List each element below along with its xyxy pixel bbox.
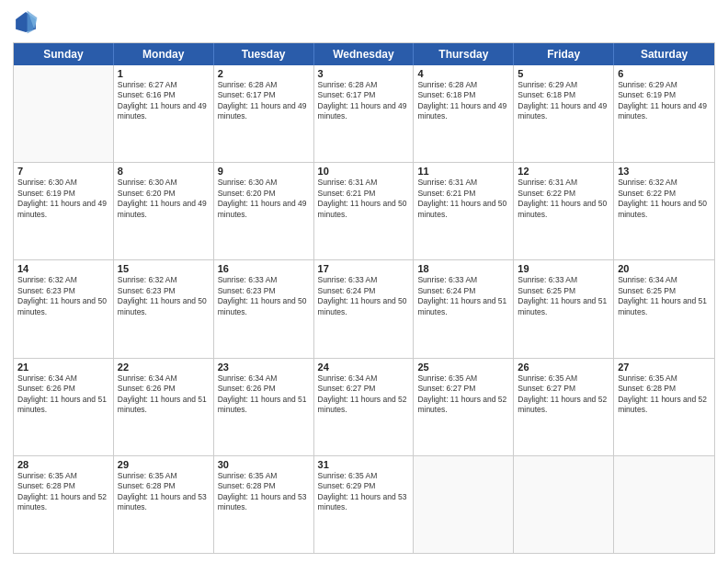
day-number: 28 — [17, 459, 109, 470]
day-header-wednesday: Wednesday — [314, 43, 415, 65]
day-number: 19 — [518, 263, 609, 274]
cell-info: Sunrise: 6:29 AM Sunset: 6:19 PM Dayligh… — [618, 80, 711, 122]
calendar-cell: 16Sunrise: 6:33 AM Sunset: 6:23 PM Dayli… — [214, 260, 314, 357]
day-number: 6 — [618, 68, 711, 79]
calendar-cell — [614, 456, 714, 553]
day-number: 17 — [318, 263, 410, 274]
cell-info: Sunrise: 6:35 AM Sunset: 6:28 PM Dayligh… — [218, 471, 310, 513]
cell-info: Sunrise: 6:27 AM Sunset: 6:16 PM Dayligh… — [118, 80, 210, 122]
calendar-cell: 19Sunrise: 6:33 AM Sunset: 6:25 PM Dayli… — [514, 260, 614, 357]
logo — [13, 9, 42, 35]
calendar-cell — [14, 65, 114, 162]
day-number: 22 — [118, 362, 210, 373]
calendar-cell: 23Sunrise: 6:34 AM Sunset: 6:26 PM Dayli… — [214, 359, 314, 455]
calendar-cell: 31Sunrise: 6:35 AM Sunset: 6:29 PM Dayli… — [314, 456, 415, 553]
calendar-cell: 20Sunrise: 6:34 AM Sunset: 6:25 PM Dayli… — [614, 260, 714, 357]
day-number: 13 — [618, 166, 711, 177]
day-header-friday: Friday — [514, 43, 614, 65]
calendar-cell: 14Sunrise: 6:32 AM Sunset: 6:23 PM Dayli… — [14, 260, 114, 357]
day-number: 31 — [318, 459, 410, 470]
cell-info: Sunrise: 6:32 AM Sunset: 6:22 PM Dayligh… — [618, 178, 711, 220]
cell-info: Sunrise: 6:30 AM Sunset: 6:19 PM Dayligh… — [17, 178, 109, 220]
cell-info: Sunrise: 6:30 AM Sunset: 6:20 PM Dayligh… — [118, 178, 210, 220]
calendar-cell: 13Sunrise: 6:32 AM Sunset: 6:22 PM Dayli… — [614, 163, 714, 259]
day-header-monday: Monday — [114, 43, 214, 65]
cell-info: Sunrise: 6:34 AM Sunset: 6:26 PM Dayligh… — [17, 373, 109, 416]
calendar-row-4: 28Sunrise: 6:35 AM Sunset: 6:28 PM Dayli… — [14, 455, 714, 553]
cell-info: Sunrise: 6:35 AM Sunset: 6:27 PM Dayligh… — [417, 373, 509, 416]
day-number: 27 — [618, 362, 711, 373]
calendar-row-1: 7Sunrise: 6:30 AM Sunset: 6:19 PM Daylig… — [14, 162, 714, 259]
day-number: 7 — [17, 166, 109, 177]
cell-info: Sunrise: 6:32 AM Sunset: 6:23 PM Dayligh… — [17, 275, 109, 317]
day-number: 25 — [417, 362, 509, 373]
cell-info: Sunrise: 6:35 AM Sunset: 6:28 PM Dayligh… — [118, 471, 210, 513]
calendar-cell: 25Sunrise: 6:35 AM Sunset: 6:27 PM Dayli… — [414, 359, 514, 455]
calendar-cell: 3Sunrise: 6:28 AM Sunset: 6:17 PM Daylig… — [314, 65, 415, 162]
cell-info: Sunrise: 6:33 AM Sunset: 6:23 PM Dayligh… — [218, 275, 310, 317]
day-number: 10 — [318, 166, 410, 177]
calendar-cell: 7Sunrise: 6:30 AM Sunset: 6:19 PM Daylig… — [14, 163, 114, 259]
calendar-row-3: 21Sunrise: 6:34 AM Sunset: 6:26 PM Dayli… — [14, 358, 714, 455]
day-number: 21 — [17, 362, 109, 373]
day-number: 11 — [417, 166, 509, 177]
cell-info: Sunrise: 6:34 AM Sunset: 6:26 PM Dayligh… — [118, 373, 210, 416]
cell-info: Sunrise: 6:31 AM Sunset: 6:21 PM Dayligh… — [318, 178, 410, 220]
day-number: 8 — [118, 166, 210, 177]
calendar-cell: 30Sunrise: 6:35 AM Sunset: 6:28 PM Dayli… — [214, 456, 314, 553]
calendar-header: SundayMondayTuesdayWednesdayThursdayFrid… — [14, 43, 714, 65]
cell-info: Sunrise: 6:28 AM Sunset: 6:17 PM Dayligh… — [218, 80, 310, 122]
calendar-cell: 18Sunrise: 6:33 AM Sunset: 6:24 PM Dayli… — [414, 260, 514, 357]
calendar-cell — [514, 456, 614, 553]
calendar-row-2: 14Sunrise: 6:32 AM Sunset: 6:23 PM Dayli… — [14, 259, 714, 357]
cell-info: Sunrise: 6:28 AM Sunset: 6:17 PM Dayligh… — [318, 80, 410, 122]
cell-info: Sunrise: 6:32 AM Sunset: 6:23 PM Dayligh… — [118, 275, 210, 317]
page: SundayMondayTuesdayWednesdayThursdayFrid… — [0, 0, 728, 563]
calendar-cell — [414, 456, 514, 553]
day-number: 15 — [118, 263, 210, 274]
day-number: 16 — [218, 263, 310, 274]
day-number: 1 — [118, 68, 210, 79]
calendar-row-0: 1Sunrise: 6:27 AM Sunset: 6:16 PM Daylig… — [14, 65, 714, 162]
cell-info: Sunrise: 6:35 AM Sunset: 6:28 PM Dayligh… — [618, 373, 711, 416]
cell-info: Sunrise: 6:35 AM Sunset: 6:29 PM Dayligh… — [318, 471, 410, 513]
calendar-cell: 21Sunrise: 6:34 AM Sunset: 6:26 PM Dayli… — [14, 359, 114, 455]
day-number: 12 — [518, 166, 609, 177]
cell-info: Sunrise: 6:33 AM Sunset: 6:24 PM Dayligh… — [318, 275, 410, 317]
cell-info: Sunrise: 6:34 AM Sunset: 6:27 PM Dayligh… — [318, 373, 410, 416]
cell-info: Sunrise: 6:35 AM Sunset: 6:27 PM Dayligh… — [518, 373, 609, 416]
day-header-sunday: Sunday — [14, 43, 114, 65]
cell-info: Sunrise: 6:28 AM Sunset: 6:18 PM Dayligh… — [417, 80, 509, 122]
cell-info: Sunrise: 6:33 AM Sunset: 6:24 PM Dayligh… — [417, 275, 509, 317]
calendar-cell: 2Sunrise: 6:28 AM Sunset: 6:17 PM Daylig… — [214, 65, 314, 162]
header — [13, 9, 715, 35]
calendar-cell: 26Sunrise: 6:35 AM Sunset: 6:27 PM Dayli… — [514, 359, 614, 455]
calendar-cell: 27Sunrise: 6:35 AM Sunset: 6:28 PM Dayli… — [614, 359, 714, 455]
cell-info: Sunrise: 6:30 AM Sunset: 6:20 PM Dayligh… — [218, 178, 310, 220]
day-number: 9 — [218, 166, 310, 177]
cell-info: Sunrise: 6:29 AM Sunset: 6:18 PM Dayligh… — [518, 80, 609, 122]
day-number: 23 — [218, 362, 310, 373]
day-number: 20 — [618, 263, 711, 274]
day-number: 14 — [17, 263, 109, 274]
day-number: 26 — [518, 362, 609, 373]
day-number: 2 — [218, 68, 310, 79]
day-number: 3 — [318, 68, 410, 79]
cell-info: Sunrise: 6:35 AM Sunset: 6:28 PM Dayligh… — [17, 471, 109, 513]
day-number: 18 — [417, 263, 509, 274]
calendar-cell: 24Sunrise: 6:34 AM Sunset: 6:27 PM Dayli… — [314, 359, 415, 455]
cell-info: Sunrise: 6:33 AM Sunset: 6:25 PM Dayligh… — [518, 275, 609, 317]
calendar-cell: 4Sunrise: 6:28 AM Sunset: 6:18 PM Daylig… — [414, 65, 514, 162]
day-number: 30 — [218, 459, 310, 470]
day-number: 4 — [417, 68, 509, 79]
cell-info: Sunrise: 6:34 AM Sunset: 6:26 PM Dayligh… — [218, 373, 310, 416]
logo-icon — [13, 9, 39, 35]
calendar-cell: 12Sunrise: 6:31 AM Sunset: 6:22 PM Dayli… — [514, 163, 614, 259]
day-number: 24 — [318, 362, 410, 373]
calendar-cell: 5Sunrise: 6:29 AM Sunset: 6:18 PM Daylig… — [514, 65, 614, 162]
calendar-cell: 1Sunrise: 6:27 AM Sunset: 6:16 PM Daylig… — [114, 65, 214, 162]
calendar-cell: 28Sunrise: 6:35 AM Sunset: 6:28 PM Dayli… — [14, 456, 114, 553]
calendar-cell: 6Sunrise: 6:29 AM Sunset: 6:19 PM Daylig… — [614, 65, 714, 162]
day-header-saturday: Saturday — [614, 43, 714, 65]
cell-info: Sunrise: 6:31 AM Sunset: 6:21 PM Dayligh… — [417, 178, 509, 220]
